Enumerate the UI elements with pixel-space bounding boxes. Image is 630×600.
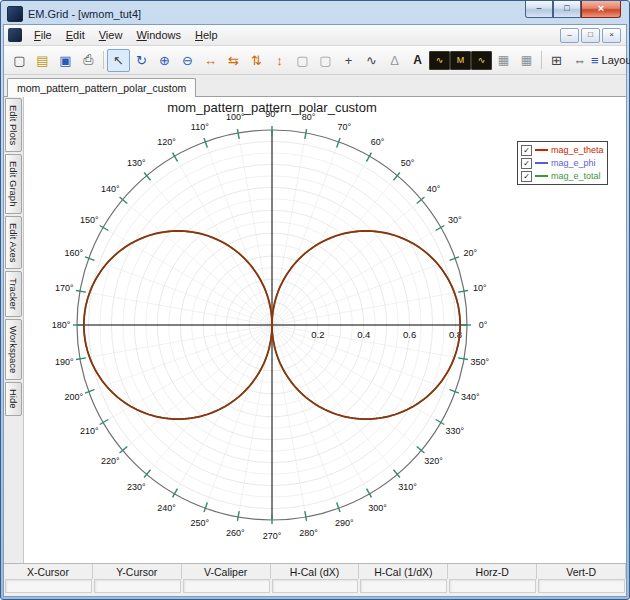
angle-label: 190° [55,357,74,367]
document-icon [8,28,22,42]
angle-label: 50° [401,158,415,168]
mdi-close-button[interactable]: × [602,28,621,43]
radial-label: 0.2 [311,329,324,340]
arrows-button[interactable]: ⇔ [568,49,591,72]
fit-height-button[interactable]: ↕ [268,49,291,72]
maximize-button[interactable]: □ [553,1,581,18]
window-frame: FileEditViewWindowsHelp –□× ▢▤▣⎙↖↻⊕⊖↔⇆⇅↕… [3,24,627,597]
trace-3-button[interactable]: ∿ [471,51,492,70]
grid-spoke [272,228,441,326]
delta-button[interactable]: Δ [383,49,406,72]
menu-item-edit[interactable]: Edit [59,27,92,43]
print-button[interactable]: ⎙ [77,49,100,72]
title-bar[interactable]: EM.Grid - [wmom_tut4] – □ × [3,3,627,24]
status-col-horz-d: Horz-D [448,564,537,579]
zoom-in-button[interactable]: ⊕ [153,49,176,72]
grid-2-button[interactable]: ▦ [515,49,538,72]
layout-button[interactable]: ≡ Layout [591,53,630,68]
status-col-vert-d: Vert-D [537,564,626,579]
open-button[interactable]: ▤ [31,49,54,72]
grid-spoke [272,156,370,325]
curve-button[interactable]: ∿ [360,49,383,72]
angle-label: 320° [424,456,443,466]
toolbar-icons: ▢▤▣⎙↖↻⊕⊖↔⇆⇅↕▢▢+∿ΔA∿M∿▦▦⊞⇔ [8,49,591,72]
legend-line-mag-e-total [535,175,548,177]
angle-label: 210° [80,426,99,436]
add-marker-button[interactable]: + [337,49,360,72]
text-label-button[interactable]: A [406,49,429,72]
legend-checkbox-mag-e-total[interactable]: ✓ [521,171,532,182]
angle-label: 200° [64,392,83,402]
legend-line-mag-e-phi [535,162,548,164]
menu-item-view[interactable]: View [92,27,130,43]
sidebar-tab-edit-graph[interactable]: Edit Graph [5,154,22,213]
grid-spoke [123,325,272,450]
trace-2-button[interactable]: M [450,51,471,70]
angle-label: 270° [263,531,282,541]
expand-button[interactable]: ⊞ [545,49,568,72]
sidebar-tab-hide[interactable]: Hide [5,382,22,416]
menu-item-windows[interactable]: Windows [129,27,188,43]
zoom-out-button[interactable]: ⊖ [176,49,199,72]
trace-1-button[interactable]: ∿ [429,51,450,70]
sidebar-tab-tracker[interactable]: Tracker [5,271,22,317]
new-button[interactable]: ▢ [8,49,31,72]
mdi-restore-button[interactable]: □ [581,28,600,43]
angle-label: 150° [80,215,99,225]
open-icon: ▤ [36,53,48,68]
angle-label: 20° [463,248,477,258]
angle-label: 290° [335,518,354,528]
mdi-minimize-button[interactable]: – [560,28,579,43]
angle-label: 340° [461,392,480,402]
save-icon: ▣ [59,53,71,68]
legend-checkbox-mag-e-theta[interactable]: ✓ [521,145,532,156]
angle-label: 30° [448,215,462,225]
sidebar-tab-workspace[interactable]: Workspace [5,319,22,380]
grid-spoke [103,228,272,326]
sidebar-tab-edit-axes[interactable]: Edit Axes [5,216,22,270]
status-col-h-cal-1-dx: H-Cal (1/dX) [359,564,448,579]
angle-label: 180° [52,320,71,330]
sidebar-tab-edit-plots[interactable]: Edit Plots [5,98,22,152]
minimize-button[interactable]: – [525,1,553,18]
app-window: EM.Grid - [wmom_tut4] – □ × FileEditView… [0,0,630,600]
pan-button[interactable]: ↻ [130,49,153,72]
box-1-icon: ▢ [296,53,308,68]
grid-spoke [80,325,272,359]
box-1-button[interactable]: ▢ [291,49,314,72]
angle-label: 130° [127,158,146,168]
grid-1-button[interactable]: ▦ [492,49,515,72]
status-value-7 [538,579,625,593]
fit-vertical-icon: ⇅ [251,53,262,68]
fit-horizontal-button[interactable]: ⇆ [222,49,245,72]
print-icon: ⎙ [83,52,93,68]
grid-spoke [175,156,273,325]
close-button[interactable]: × [581,1,621,18]
tab-active[interactable]: mom_pattern_pattern_polar_custom [7,78,196,97]
pointer-button[interactable]: ↖ [107,49,130,72]
grid-spoke [272,325,370,494]
angle-label: 350° [470,357,489,367]
window-title: EM.Grid - [wmom_tut4] [28,8,141,20]
angle-label: 330° [445,426,464,436]
save-button[interactable]: ▣ [54,49,77,72]
angle-label: 40° [427,184,441,194]
angle-tick [76,358,86,360]
status-col-x-cursor: X-Cursor [4,564,93,579]
grid-spoke [272,291,464,325]
angle-label: 250° [190,518,209,528]
angle-tick [305,129,307,139]
fit-width-icon: ↔ [204,53,217,68]
angle-tick [305,511,307,521]
angle-label: 230° [127,482,146,492]
menu-item-file[interactable]: File [27,27,59,43]
legend-checkbox-mag-e-phi[interactable]: ✓ [521,158,532,169]
grid-spoke [80,291,272,325]
menu-item-help[interactable]: Help [188,27,225,43]
plot-area[interactable]: 0°10°20°30°40°50°60°70°80°90°100°110°120… [24,97,626,563]
sidebar: Edit PlotsEdit GraphEdit AxesTrackerWork… [4,97,24,563]
fit-width-button[interactable]: ↔ [199,49,222,72]
box-2-button[interactable]: ▢ [314,49,337,72]
menu-items: FileEditViewWindowsHelp [27,27,225,43]
fit-vertical-button[interactable]: ⇅ [245,49,268,72]
